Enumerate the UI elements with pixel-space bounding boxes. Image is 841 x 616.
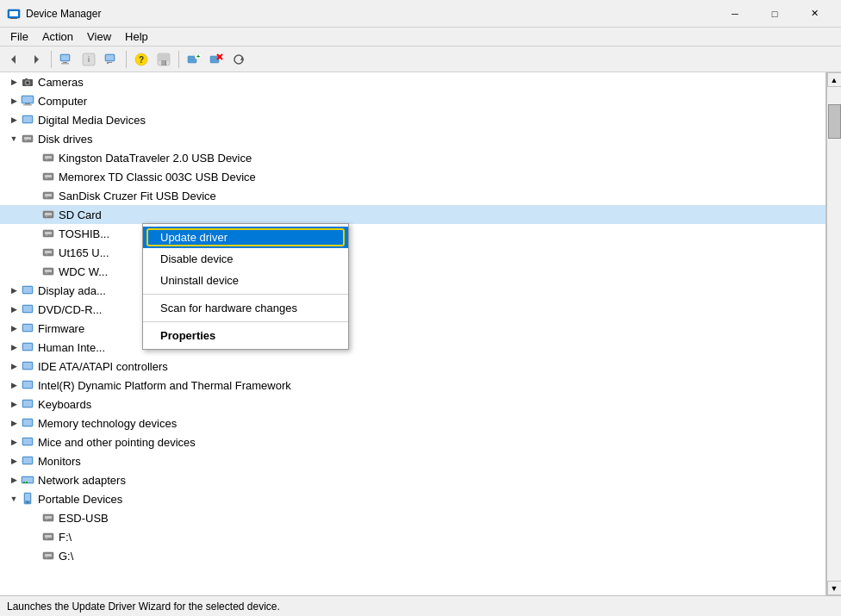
context-menu-item-scan-changes[interactable]: Scan for hardware changes [143, 297, 348, 319]
scroll-thumb[interactable] [828, 104, 841, 139]
tree-item-gslash[interactable]: G:\ [0, 546, 825, 565]
tree-item-intel[interactable]: ▶ Intel(R) Dynamic Platform and Thermal … [0, 376, 825, 395]
expander-ide: ▶ [7, 359, 21, 373]
context-menu-item-disable-device[interactable]: Disable device [143, 248, 348, 270]
close-button[interactable]: ✕ [794, 0, 834, 28]
properties-button[interactable] [56, 49, 77, 70]
context-menu-label-scan-changes: Scan for hardware changes [160, 302, 297, 314]
menu-help[interactable]: Help [118, 28, 155, 45]
scroll-down-arrow[interactable]: ▼ [827, 581, 842, 595]
add-hardware-button[interactable]: + [184, 49, 204, 70]
svg-point-52 [46, 215, 47, 217]
tree-item-network[interactable]: ▶ Network adapters [0, 470, 825, 489]
scroll-up-arrow[interactable]: ▲ [827, 72, 842, 87]
status-bar: Launches the Update Driver Wizard for th… [0, 595, 841, 616]
tree-item-wdcw[interactable]: WDC W... [0, 262, 825, 281]
window-title: Device Manager [26, 8, 715, 20]
tree-item-ide[interactable]: ▶ IDE ATA/ATAPI controllers [0, 357, 825, 376]
svg-point-94 [46, 538, 47, 539]
label-portable: Portable Devices [38, 493, 122, 506]
label-ide: IDE ATA/ATAPI controllers [38, 360, 168, 373]
expander-memorex [28, 170, 41, 184]
icon-sdcard [41, 208, 55, 221]
icon-computer [21, 94, 34, 108]
icon-hid [21, 340, 34, 354]
toolbar: i ? ▤ + [0, 47, 841, 72]
context-menu-item-uninstall-device[interactable]: Uninstall device [143, 270, 348, 291]
svg-rect-37 [23, 116, 32, 122]
tree-item-digital-media[interactable]: ▶ Digital Media Devices [0, 110, 825, 129]
svg-rect-77 [23, 420, 32, 426]
svg-rect-71 [23, 363, 32, 369]
label-gslash: G:\ [59, 550, 73, 563]
label-sandisk: SanDisk Cruzer Fit USB Device [59, 190, 216, 202]
tree-item-disk-drives[interactable]: ▼ Disk drives [0, 129, 825, 148]
tree-item-sandisk[interactable]: SanDisk Cruzer Fit USB Device [0, 186, 825, 205]
tree-item-keyboards[interactable]: ▶ Keyboards [0, 395, 825, 414]
svg-point-58 [46, 253, 47, 255]
tree-item-portable[interactable]: ▼ Portable Devices [0, 489, 825, 508]
tree-item-cameras[interactable]: ▶ Cameras [0, 72, 825, 91]
svg-text:i: i [88, 55, 90, 64]
tree-item-monitors[interactable]: ▶ Monitors [0, 451, 825, 470]
menu-view[interactable]: View [80, 28, 118, 45]
tree-item-dvd[interactable]: ▶ DVD/CD-R... [0, 300, 825, 319]
svg-point-61 [46, 272, 47, 274]
tree-item-computer[interactable]: ▶ Computer [0, 91, 825, 110]
update-button[interactable]: i [78, 49, 99, 70]
expander-computer: ▶ [7, 94, 21, 108]
icon-disk-drives [21, 132, 34, 146]
svg-rect-39 [24, 137, 31, 140]
menu-action[interactable]: Action [35, 28, 80, 45]
context-menu-item-properties[interactable]: Properties [143, 325, 348, 346]
icon-kingston [41, 151, 55, 165]
svg-rect-14 [107, 62, 112, 63]
remove-hardware-button[interactable] [206, 49, 227, 70]
label-computer: Computer [38, 95, 87, 108]
help-button[interactable]: ? [131, 49, 152, 70]
svg-rect-1 [9, 11, 18, 16]
tree-item-hid[interactable]: ▶ Human Inte... [0, 338, 825, 357]
icon-memorex [41, 170, 55, 184]
svg-point-43 [46, 159, 47, 160]
forward-button[interactable] [26, 49, 47, 70]
svg-rect-90 [45, 516, 52, 519]
tree-item-esd-usb[interactable]: ESD-USB [0, 508, 825, 527]
info-button[interactable]: ▤ [153, 49, 174, 70]
tree-item-mice[interactable]: ▶ Mice and other pointing devices [0, 432, 825, 451]
svg-text:?: ? [139, 55, 144, 65]
tree-item-firmware[interactable]: ▶ Firmware [0, 319, 825, 338]
tree-item-ut165[interactable]: Ut165 U... [0, 243, 825, 262]
svg-rect-48 [45, 194, 52, 196]
label-wdcw: WDC W... [59, 265, 108, 278]
refresh-button[interactable] [228, 49, 249, 70]
tree-item-memory[interactable]: ▶ Memory technology devices [0, 414, 825, 432]
minimize-button[interactable]: ─ [715, 0, 755, 28]
tree-item-sdcard[interactable]: SD Card [0, 205, 825, 224]
icon-keyboards [21, 397, 34, 411]
tree-item-fslash[interactable]: F:\ [0, 527, 825, 546]
maximize-button[interactable]: □ [755, 0, 794, 28]
svg-marker-4 [34, 55, 39, 64]
vertical-scrollbar[interactable]: ▲ ▼ [826, 72, 841, 595]
label-esd-usb: ESD-USB [59, 512, 109, 525]
tree-item-memorex[interactable]: Memorex TD Classic 003C USB Device [0, 167, 825, 186]
context-menu-separator [143, 321, 348, 322]
tree-item-display-ada[interactable]: ▶ Display ada... [0, 281, 825, 300]
label-toshib: TOSHIB... [59, 227, 109, 240]
svg-rect-31 [25, 78, 28, 80]
display-button[interactable] [101, 49, 121, 70]
expander-sdcard [28, 208, 41, 221]
context-menu-item-update-driver[interactable]: Update driver [143, 227, 348, 248]
svg-point-97 [46, 557, 47, 558]
svg-point-88 [27, 501, 28, 503]
tree-item-kingston[interactable]: Kingston DataTraveler 2.0 USB Device [0, 148, 825, 167]
back-button[interactable] [3, 49, 24, 70]
status-text: Launches the Update Driver Wizard for th… [7, 600, 280, 613]
menu-file[interactable]: File [3, 28, 35, 45]
tree-item-toshib[interactable]: TOSHIB... [0, 224, 825, 243]
main-area: ▶ Cameras▶ Computer▶ Digital Media Devic… [0, 72, 841, 595]
device-tree[interactable]: ▶ Cameras▶ Computer▶ Digital Media Devic… [0, 72, 826, 595]
icon-ut165 [41, 246, 55, 259]
app-icon [7, 7, 21, 21]
